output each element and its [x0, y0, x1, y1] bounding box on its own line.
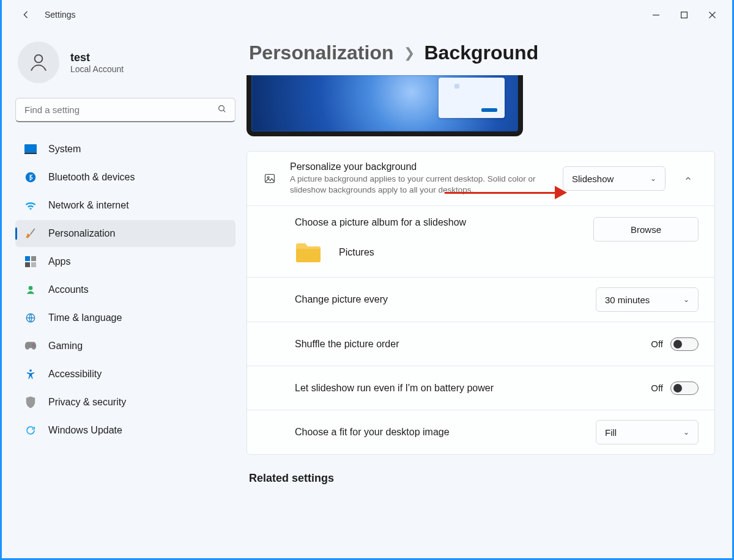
nav-accounts[interactable]: Accounts [15, 276, 235, 303]
svg-point-6 [26, 172, 36, 183]
chevron-down-icon: ⌄ [683, 428, 689, 437]
row-title: Personalize your background [290, 161, 547, 172]
svg-rect-1 [681, 12, 687, 18]
bluetooth-icon [24, 171, 37, 184]
nav-label: Gaming [48, 341, 83, 352]
nav-label: System [48, 144, 81, 155]
globe-icon [24, 311, 37, 325]
browse-button[interactable]: Browse [593, 217, 699, 241]
toggle-state: Off [651, 383, 663, 393]
row-title: Choose a fit for your desktop image [295, 427, 450, 438]
choose-album-row: Choose a picture album for a slideshow B… [247, 205, 714, 277]
nav-network[interactable]: Network & internet [15, 192, 235, 219]
row-description: A picture background applies to your cur… [290, 174, 547, 196]
app-name: Settings [45, 10, 76, 20]
row-title: Choose a picture album for a slideshow [295, 217, 466, 228]
svg-rect-10 [31, 262, 36, 267]
nav-label: Accounts [48, 284, 89, 295]
dropdown-value: 30 minutes [605, 295, 650, 305]
shuffle-toggle[interactable] [670, 337, 699, 351]
system-icon [24, 142, 37, 156]
battery-row: Let slideshow run even if I'm on battery… [247, 366, 714, 410]
chevron-right-icon: ❯ [404, 45, 415, 61]
content-area: Personalization ❯ Background Personalize… [247, 29, 732, 558]
change-interval-dropdown[interactable]: 30 minutes ⌄ [596, 287, 699, 312]
row-title: Let slideshow run even if I'm on battery… [295, 383, 494, 394]
breadcrumb-parent[interactable]: Personalization [249, 42, 394, 64]
svg-point-11 [29, 286, 33, 290]
svg-rect-5 [24, 153, 37, 154]
dropdown-value: Slideshow [572, 174, 614, 184]
svg-point-2 [35, 55, 43, 63]
back-button[interactable] [17, 5, 36, 24]
background-settings-card: Personalize your background A picture ba… [247, 151, 715, 455]
nav-time[interactable]: Time & language [15, 304, 235, 331]
apps-icon [24, 255, 37, 268]
nav-label: Apps [48, 256, 70, 267]
account-type: Local Account [70, 64, 124, 74]
nav-gaming[interactable]: Gaming [15, 333, 235, 359]
toggle-state: Off [651, 339, 663, 349]
account-name: test [70, 51, 124, 64]
nav-label: Time & language [48, 312, 122, 323]
desktop-preview [247, 75, 523, 136]
svg-rect-0 [653, 15, 659, 15]
maximize-button[interactable] [670, 5, 698, 24]
svg-point-17 [267, 177, 269, 179]
svg-rect-8 [31, 256, 36, 261]
battery-toggle[interactable] [670, 381, 699, 395]
nav-label: Accessibility [48, 369, 102, 380]
change-picture-every-row: Change picture every 30 minutes ⌄ [247, 277, 714, 322]
search-box[interactable] [15, 98, 235, 122]
person-icon [24, 283, 37, 297]
account-block[interactable]: test Local Account [15, 42, 235, 83]
sidebar: test Local Account System Bluetooth & de… [2, 29, 247, 558]
svg-rect-7 [25, 256, 30, 261]
nav-accessibility[interactable]: Accessibility [15, 361, 235, 388]
nav-apps[interactable]: Apps [15, 248, 235, 275]
nav-label: Bluetooth & devices [48, 172, 135, 183]
nav-personalization[interactable]: Personalization [15, 220, 235, 247]
dropdown-value: Fill [605, 427, 617, 438]
svg-point-14 [34, 345, 35, 347]
shuffle-row: Shuffle the picture order Off [247, 322, 714, 366]
svg-rect-9 [25, 262, 30, 267]
search-icon [217, 104, 227, 116]
nav-label: Windows Update [48, 425, 122, 436]
background-type-dropdown[interactable]: Slideshow ⌄ [563, 166, 665, 191]
expand-toggle[interactable] [678, 174, 699, 183]
nav-privacy[interactable]: Privacy & security [15, 389, 235, 416]
paintbrush-icon [24, 227, 37, 240]
nav-bluetooth[interactable]: Bluetooth & devices [15, 164, 235, 191]
wifi-icon [24, 199, 37, 212]
close-button[interactable] [698, 5, 726, 24]
svg-rect-16 [265, 175, 275, 183]
folder-icon[interactable] [295, 241, 322, 263]
nav-list: System Bluetooth & devices Network & int… [15, 136, 235, 444]
personalize-background-row[interactable]: Personalize your background A picture ba… [247, 152, 714, 205]
row-title: Change picture every [295, 294, 388, 305]
gamepad-icon [24, 339, 37, 353]
related-settings-heading: Related settings [247, 472, 715, 485]
svg-point-3 [219, 106, 224, 111]
titlebar: Settings [2, 0, 732, 29]
row-title: Shuffle the picture order [295, 339, 399, 350]
fit-row: Choose a fit for your desktop image Fill… [247, 410, 714, 454]
svg-point-15 [29, 369, 32, 372]
nav-system[interactable]: System [15, 136, 235, 163]
chevron-down-icon: ⌄ [683, 295, 689, 304]
svg-point-13 [32, 344, 34, 345]
minimize-button[interactable] [642, 5, 670, 24]
breadcrumb: Personalization ❯ Background [247, 29, 715, 75]
fit-dropdown[interactable]: Fill ⌄ [596, 420, 699, 444]
window-controls [642, 5, 726, 24]
nav-update[interactable]: Windows Update [15, 417, 235, 444]
chevron-down-icon: ⌄ [650, 174, 656, 183]
nav-label: Privacy & security [48, 397, 126, 408]
breadcrumb-current: Background [424, 42, 539, 64]
picture-icon [263, 172, 276, 185]
nav-label: Personalization [48, 228, 115, 239]
search-input[interactable] [15, 98, 235, 122]
album-folder-name: Pictures [339, 247, 374, 258]
accessibility-icon [24, 367, 37, 381]
